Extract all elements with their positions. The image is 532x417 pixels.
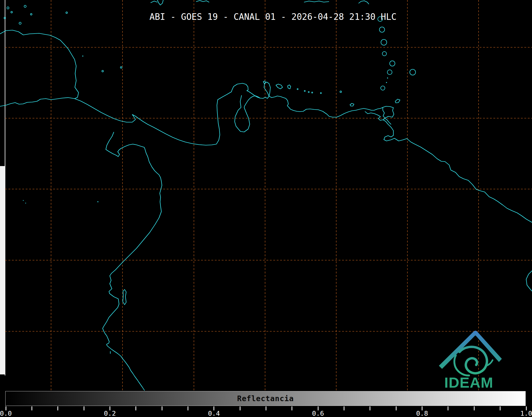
colorbar-tick: [448, 406, 448, 410]
paria-gulf-delta: [365, 112, 391, 124]
island-dot: [386, 82, 387, 83]
honduras-north-coast: [0, 30, 64, 44]
colorbar-tick: [240, 406, 240, 410]
colorbar-tick: [188, 406, 188, 410]
island-outline: [410, 69, 416, 75]
curacao-island: [276, 84, 283, 89]
island-outline: [297, 89, 298, 90]
island-outline: [390, 61, 395, 66]
trinidad-island: [383, 106, 394, 118]
island-dot: [23, 200, 24, 201]
island-outline: [304, 90, 305, 91]
island-outline: [382, 52, 387, 56]
island-outline: [379, 27, 385, 32]
colorbar-tick: [84, 406, 84, 410]
colorbar-tick-label: 0.4: [208, 410, 220, 417]
reflectance-colorbar: Reflectancia: [5, 391, 526, 406]
tobago-island: [395, 99, 400, 103]
colorbar-tick: [370, 406, 370, 410]
island-outline: [24, 5, 26, 7]
island-dot: [97, 201, 98, 202]
colorbar-tick-label: 0.2: [104, 410, 116, 417]
island-outline: [381, 86, 385, 90]
colorbar-tick-label: 0.0: [0, 410, 12, 417]
satellite-map-canvas: IDEAM: [0, 0, 532, 417]
colorbar-tick-label: 1.0: [520, 410, 532, 417]
colorbar-tick: [344, 406, 344, 410]
island-outline: [340, 91, 342, 93]
colorbar-tick: [266, 406, 266, 410]
colorbar-tick-label: 0.8: [416, 410, 428, 417]
colorbar-tick: [396, 406, 397, 410]
island-dot: [82, 56, 83, 57]
central-america-pacific-coast: [0, 98, 75, 106]
island-outline: [19, 22, 21, 24]
bonaire-island: [288, 85, 291, 89]
nicaragua-caribbean-coast: [64, 44, 79, 99]
island-dot: [25, 203, 26, 203]
island-outline: [30, 13, 32, 15]
colombia-caribbean-coast: [218, 83, 260, 100]
island-outline: [308, 91, 309, 93]
island-outline: [312, 92, 313, 93]
island-outline: [102, 70, 103, 72]
coastline-layer: [0, 0, 532, 390]
puerto-rico-coast-fragment: [304, 1, 329, 2]
logo-mountain-shape: [439, 331, 502, 369]
jamaica-coast-fragment-2: [151, 1, 157, 3]
island-dot: [387, 77, 388, 79]
puna-island: [123, 290, 126, 305]
scan-edge-strip: [0, 166, 5, 374]
colorbar-tick: [474, 406, 475, 410]
latlon-grid-layer: [5, 0, 532, 391]
colorbar-tick: [162, 406, 162, 410]
island-outline: [381, 39, 387, 45]
orinoco-guyana-coast: [383, 120, 532, 222]
panama-pacific-coast: [106, 132, 145, 157]
ecuador-peru-coast: [103, 270, 144, 390]
maracaibo-lake: [235, 95, 260, 132]
hispaniola-coast-fragment: [196, 1, 209, 2]
colorbar-tick: [31, 406, 32, 410]
logo-text: IDEAM: [444, 374, 493, 391]
island-outline: [66, 12, 67, 13]
colorbar-label: Reflectancia: [237, 394, 294, 403]
satellite-image-viewer: IDEAM ABI - GOES 19 - CANAL 01 - 2026-04…: [0, 0, 532, 417]
logo-swirl-shape: [460, 347, 487, 373]
scan-edge-layer: [0, 0, 5, 375]
island-outline: [7, 7, 9, 9]
island-outline: [320, 93, 321, 94]
jamaica-coast-fragment: [157, 0, 163, 5]
margarita-island: [350, 103, 354, 106]
island-outline: [120, 67, 122, 68]
leeward-islands-fragment: [359, 1, 369, 4]
costa-rica-panama-north-coast: [75, 99, 220, 145]
paraguana-peninsula: [260, 82, 272, 98]
island-outline: [387, 70, 392, 75]
colorbar-tick: [135, 406, 136, 410]
image-title: ABI - GOES 19 - CANAL 01 - 2026-04-28 21…: [149, 12, 397, 22]
ideam-logo: IDEAM: [439, 331, 502, 391]
amazon-coast-fragment: [526, 271, 532, 291]
island-outline: [11, 11, 12, 13]
colorbar-tick: [292, 406, 292, 410]
colorbar-tick: [57, 406, 58, 410]
colorbar-tick-label: 0.6: [312, 410, 324, 417]
venezuela-north-coast: [272, 96, 383, 117]
colorbar-tick: [500, 406, 501, 410]
